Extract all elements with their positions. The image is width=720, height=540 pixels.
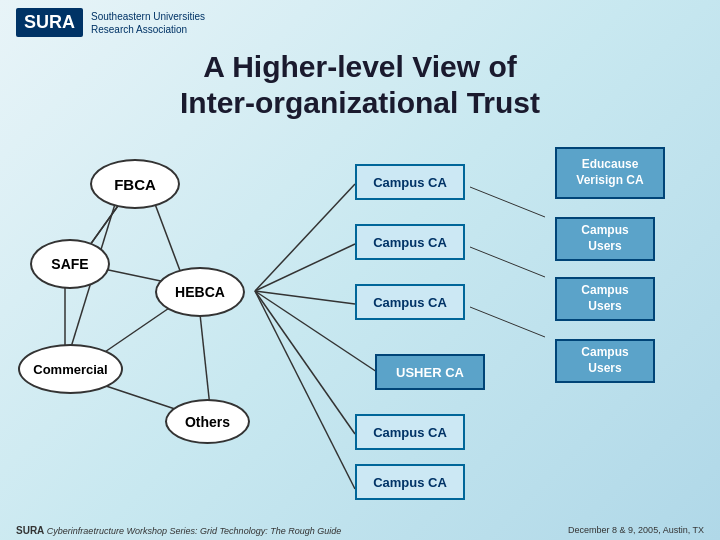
usher-ca-node: USHER CA (375, 354, 485, 390)
title-area: A Higher-level View of Inter-organizatio… (0, 45, 720, 129)
footer-left: SURA Cyberinfraetructure Workshop Series… (16, 525, 341, 536)
svg-line-10 (255, 244, 355, 291)
diagram-area: FBCA SAFE HEBCA Commercial Others Campus… (0, 129, 720, 519)
campus-ca-2: Campus CA (355, 224, 465, 260)
safe-node: SAFE (30, 239, 110, 289)
svg-line-9 (255, 184, 355, 291)
campus-users-1: CampusUsers (555, 217, 655, 261)
campus-users-3: CampusUsers (555, 339, 655, 383)
svg-line-15 (470, 187, 545, 217)
campus-ca-3: Campus CA (355, 284, 465, 320)
footer-sura: SURA (16, 525, 44, 536)
campus-ca-5: Campus CA (355, 464, 465, 500)
footer-series: Cyberinfraetructure Workshop Series: Gri… (47, 526, 341, 536)
svg-line-11 (255, 291, 355, 304)
header: SURA Southeastern Universities Research … (0, 0, 720, 45)
footer-right: December 8 & 9, 2005, Austin, TX (568, 525, 704, 536)
footer: SURA Cyberinfraetructure Workshop Series… (0, 525, 720, 536)
org-name: Southeastern Universities Research Assoc… (91, 10, 205, 36)
logo-box: SURA (16, 8, 83, 37)
commercial-node: Commercial (18, 344, 123, 394)
educause-node: EducauseVerisign CA (555, 147, 665, 199)
svg-line-16 (470, 247, 545, 277)
fbca-node: FBCA (90, 159, 180, 209)
others-node: Others (165, 399, 250, 444)
svg-line-14 (255, 291, 355, 489)
campus-ca-1: Campus CA (355, 164, 465, 200)
svg-line-7 (200, 314, 210, 407)
campus-users-2: CampusUsers (555, 277, 655, 321)
svg-line-17 (470, 307, 545, 337)
hebca-node: HEBCA (155, 267, 245, 317)
svg-line-13 (255, 291, 355, 434)
logo-area: SURA Southeastern Universities Research … (16, 8, 205, 37)
main-title: A Higher-level View of Inter-organizatio… (0, 49, 720, 121)
campus-ca-4: Campus CA (355, 414, 465, 450)
